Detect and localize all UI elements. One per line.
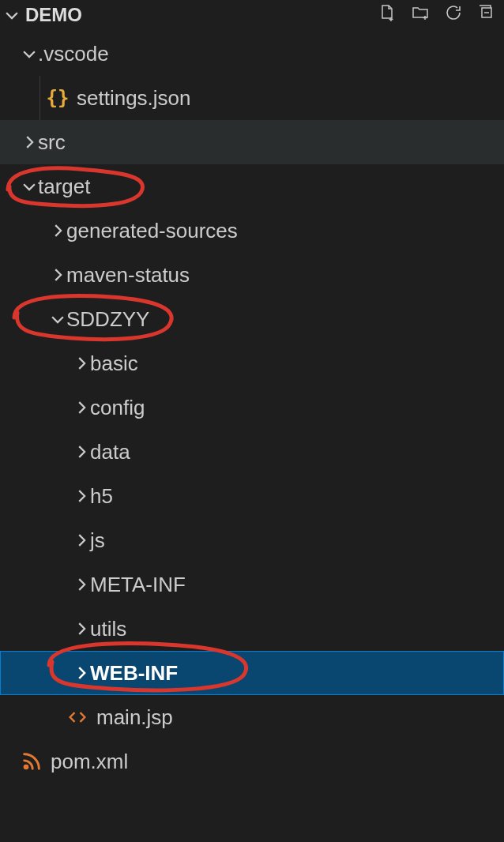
folder-h5[interactable]: h5 <box>0 474 504 518</box>
folder-js[interactable]: js <box>0 518 504 562</box>
project-name: DEMO <box>25 4 82 26</box>
chevron-right-icon <box>73 664 90 682</box>
file-label: pom.xml <box>51 750 128 774</box>
file-main-jsp[interactable]: main.jsp <box>0 695 504 739</box>
chevron-down-icon <box>21 178 38 195</box>
folder-data[interactable]: data <box>0 430 504 474</box>
folder-meta-inf[interactable]: META-INF <box>0 562 504 607</box>
folder-config[interactable]: config <box>0 385 504 430</box>
folder-label: h5 <box>90 484 113 509</box>
folder-label: src <box>38 130 66 155</box>
file-label: main.jsp <box>96 705 173 730</box>
chevron-right-icon <box>73 443 90 460</box>
chevron-right-icon <box>49 222 66 239</box>
folder-basic[interactable]: basic <box>0 341 504 385</box>
chevron-right-icon <box>73 620 90 637</box>
file-label: settings.json <box>77 86 191 111</box>
folder-label: .vscode <box>38 42 109 66</box>
chevron-right-icon <box>49 266 66 284</box>
folder-label: META-INF <box>90 573 186 597</box>
chevron-right-icon <box>73 355 90 372</box>
explorer-panel: DEMO .vscode {} settings. <box>0 0 504 842</box>
folder-label: config <box>90 396 145 420</box>
folder-label: SDDZYY <box>66 307 149 332</box>
refresh-button[interactable] <box>444 3 463 27</box>
folder-label: js <box>90 528 105 553</box>
chevron-right-icon <box>73 487 90 505</box>
folder-web-inf[interactable]: WEB-INF <box>0 651 504 695</box>
chevron-right-icon <box>73 399 90 416</box>
folder-src[interactable]: src <box>0 120 504 164</box>
folder-label: utils <box>90 617 126 641</box>
project-header[interactable]: DEMO <box>0 0 504 32</box>
json-icon: {} <box>47 87 69 109</box>
chevron-right-icon <box>21 133 38 151</box>
folder-label: target <box>38 175 91 199</box>
folder-target[interactable]: target <box>0 164 504 209</box>
chevron-down-icon <box>3 6 21 24</box>
collapse-all-button[interactable] <box>477 3 496 27</box>
file-pom-xml[interactable]: pom.xml <box>0 739 504 784</box>
folder-label: WEB-INF <box>90 661 178 686</box>
folder-label: maven-status <box>66 263 190 288</box>
folder-generated-sources[interactable]: generated-sources <box>0 209 504 253</box>
folder-label: basic <box>90 351 138 376</box>
svg-point-1 <box>24 765 28 769</box>
folder-vscode[interactable]: .vscode <box>0 32 504 76</box>
file-settings-json[interactable]: {} settings.json <box>0 76 504 120</box>
chevron-down-icon <box>21 45 38 62</box>
folder-label: generated-sources <box>66 219 238 243</box>
new-file-button[interactable] <box>378 3 397 27</box>
folder-sddzyy[interactable]: SDDZYY <box>0 297 504 341</box>
folder-utils[interactable]: utils <box>0 607 504 651</box>
code-icon <box>66 706 88 728</box>
folder-maven-status[interactable]: maven-status <box>0 253 504 297</box>
header-actions <box>378 3 496 27</box>
rss-icon <box>21 750 43 772</box>
folder-label: data <box>90 440 130 464</box>
new-folder-button[interactable] <box>411 3 430 27</box>
chevron-right-icon <box>73 576 90 593</box>
chevron-down-icon <box>49 310 66 328</box>
chevron-right-icon <box>73 532 90 549</box>
